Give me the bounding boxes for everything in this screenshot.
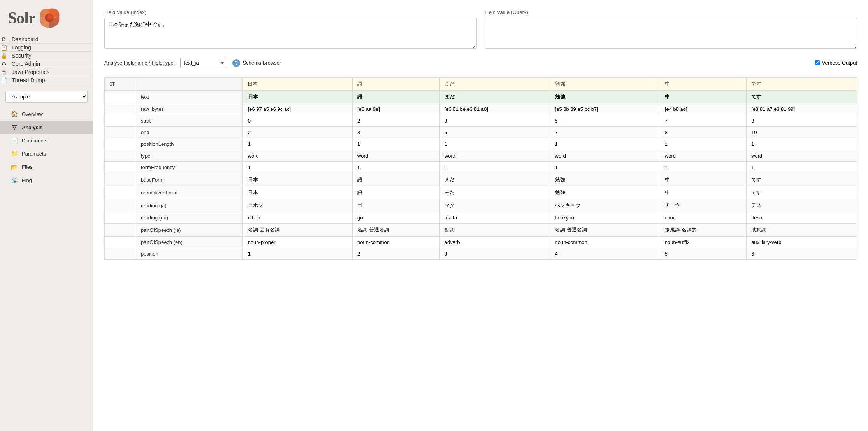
table-row: end2357810: [105, 127, 857, 138]
token-cell: 1: [747, 162, 857, 173]
verbose-output-label[interactable]: Verbose Output: [815, 60, 857, 66]
token-cell: noun-proper: [243, 237, 353, 248]
schema-browser-link[interactable]: ? Schema Browser: [232, 59, 281, 67]
sidebar-item-core-admin[interactable]: ⚙ Core Admin: [0, 60, 93, 68]
row-label-column-header: [136, 78, 242, 91]
sidebar-item-label: Logging: [12, 44, 31, 51]
token-cell: 2: [352, 115, 439, 127]
token-cell: 勉強: [550, 173, 660, 186]
token-cell: word: [747, 150, 857, 162]
core-nav-item-paramsets[interactable]: 📁 Paramsets: [0, 147, 93, 160]
token-cell: です: [747, 173, 857, 186]
sidebar-item-dashboard[interactable]: 🖥 Dashboard: [0, 35, 93, 44]
field-value-query-label: Field Value (Query): [485, 9, 857, 15]
token-cell: ニホン: [243, 199, 353, 212]
token-cell: 名詞-普通名詞: [352, 224, 439, 237]
dashboard-icon: 🖥: [0, 35, 8, 43]
verbose-output-checkbox[interactable]: [815, 60, 820, 65]
sidebar-item-java-properties[interactable]: ☕ Java Properties: [0, 68, 93, 76]
table-row: termFrequency111111: [105, 162, 857, 173]
field-value-query-textarea[interactable]: [485, 18, 857, 49]
token-cell: 1: [550, 162, 660, 173]
core-nav-item-files[interactable]: 📂 Files: [0, 160, 93, 173]
field-value-index-group: Field Value (Index): [104, 9, 477, 50]
token-cell: adverb: [439, 237, 550, 248]
token-cell: benkyou: [550, 212, 660, 224]
field-value-query-group: Field Value (Query): [485, 9, 857, 50]
row-label: text: [136, 91, 242, 103]
token-cell: マダ: [439, 199, 550, 212]
core-select-dropdown[interactable]: example: [5, 91, 88, 103]
sidebar-item-label: Security: [12, 53, 32, 59]
row-label: reading (ja): [136, 199, 242, 212]
sidebar-item-logging[interactable]: 📋 Logging: [0, 44, 93, 52]
token-cell: まだ: [439, 91, 550, 103]
sidebar-item-label: Thread Dump: [12, 77, 45, 83]
token-cell: 中: [660, 173, 746, 186]
table-row: raw_bytes[e6 97 a5 e6 9c ac][e8 aa 9e][e…: [105, 103, 857, 115]
row-label: normalizedForm: [136, 186, 242, 199]
table-row: normalizedForm日本語未だ勉強中です: [105, 186, 857, 199]
token-cell: 中: [660, 186, 746, 199]
table-row: reading (en)nihongomadabenkyouchuudesu: [105, 212, 857, 224]
row-label: baseForm: [136, 173, 242, 186]
core-nav-item-analysis[interactable]: ▽ Analysis: [0, 121, 93, 134]
token-cell: 1: [243, 138, 353, 150]
table-row: typewordwordwordwordwordword: [105, 150, 857, 162]
token-cell: 助動詞: [747, 224, 857, 237]
token-cell: 1: [747, 138, 857, 150]
token-cell: 語: [352, 173, 439, 186]
token-header-5: です: [747, 78, 857, 91]
token-cell: 日本: [243, 91, 353, 103]
sidebar-item-security[interactable]: 🔒 Security: [0, 52, 93, 60]
field-value-index-textarea[interactable]: [104, 18, 477, 49]
solr-logo-text: Solr: [8, 9, 35, 27]
analysis-table: ST 日本 語 まだ 勉強 中 です text日本語まだ勉強中ですraw_byt…: [104, 77, 857, 260]
row-label: partOfSpeech (ja): [136, 224, 242, 237]
token-cell: 6: [747, 248, 857, 260]
token-cell: 10: [747, 127, 857, 138]
token-cell: 7: [660, 115, 746, 127]
token-cell: 勉強: [550, 91, 660, 103]
token-cell: 語: [352, 91, 439, 103]
filter-icon: ▽: [11, 124, 18, 131]
token-cell: 1: [352, 138, 439, 150]
st-cell: [105, 162, 136, 173]
fieldtype-select[interactable]: text_ja: [180, 58, 227, 68]
token-cell: [e4 b8 ad]: [660, 103, 746, 115]
table-row: position123456: [105, 248, 857, 260]
token-header-3: 勉強: [550, 78, 660, 91]
core-nav-item-overview[interactable]: 🏠 Overview: [0, 107, 93, 121]
svg-point-0: [45, 14, 53, 22]
token-cell: ゴ: [352, 199, 439, 212]
token-cell: デス: [747, 199, 857, 212]
core-nav-item-ping[interactable]: 📡 Ping: [0, 173, 93, 187]
table-row: start023578: [105, 115, 857, 127]
token-cell: go: [352, 212, 439, 224]
st-cell: [105, 103, 136, 115]
files-icon: 📂: [11, 163, 18, 170]
sidebar-item-thread-dump[interactable]: 📄 Thread Dump: [0, 76, 93, 84]
st-column-header: ST: [105, 78, 136, 91]
token-cell: mada: [439, 212, 550, 224]
token-cell: noun-common: [352, 237, 439, 248]
row-label: reading (en): [136, 212, 242, 224]
token-cell: 1: [439, 138, 550, 150]
token-cell: desu: [747, 212, 857, 224]
table-row: partOfSpeech (ja)名詞-固有名詞名詞-普通名詞副詞名詞-普通名詞…: [105, 224, 857, 237]
core-nav-item-documents[interactable]: 📄 Documents: [0, 134, 93, 147]
token-cell: 未だ: [439, 186, 550, 199]
core-selector[interactable]: example: [5, 91, 88, 103]
token-cell: 3: [439, 115, 550, 127]
token-cell: 3: [439, 248, 550, 260]
core-admin-icon: ⚙: [0, 60, 8, 68]
core-nav-label: Ping: [22, 177, 32, 183]
token-cell: 0: [243, 115, 353, 127]
core-nav-label: Documents: [22, 138, 47, 144]
core-nav: 🏠 Overview ▽ Analysis 📄 Documents 📁 Para…: [0, 106, 93, 188]
token-cell: 1: [352, 162, 439, 173]
row-label: partOfSpeech (en): [136, 237, 242, 248]
token-cell: 8: [747, 115, 857, 127]
token-cell: 7: [550, 127, 660, 138]
logo-area: Solr: [0, 0, 93, 34]
